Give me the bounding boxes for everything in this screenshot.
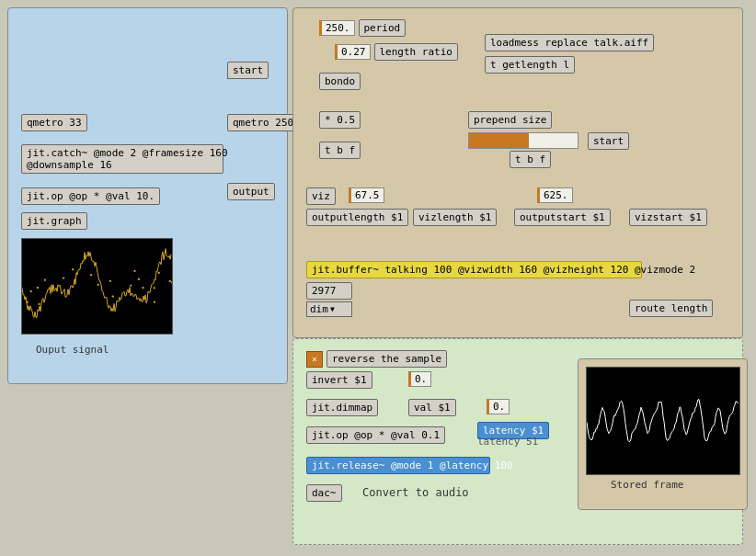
val2977-value: 2977 — [312, 285, 337, 297]
left-panel: qmetro 33 jit.catch~ @mode 2 @framesize … — [7, 7, 288, 384]
jit-catch-label: jit.catch~ @mode 2 @framesize 160@downsa… — [27, 147, 228, 171]
jit-buffer-label: jit.buffer~ talking 100 @vizwidth 160 @v… — [312, 264, 695, 276]
val-s1-label: val $1 — [414, 402, 451, 414]
length-ratio-group: 0.27 length ratio — [335, 43, 458, 61]
prepend-label: prepend size — [474, 114, 546, 126]
stored-frame-panel: Stored frame — [578, 358, 748, 510]
output-signal-label: Ouput signal — [36, 344, 109, 356]
outputlength-label: outputlength $1 — [312, 211, 403, 223]
val-s1-node[interactable]: val $1 — [408, 399, 456, 416]
val0-2-value: 0. — [493, 401, 505, 413]
qmetro250-node[interactable]: qmetro 250 — [227, 114, 299, 131]
stored-frame-text: Stored frame — [611, 479, 683, 491]
period-num[interactable]: 250. — [319, 20, 355, 36]
val2977-node[interactable]: 2977 — [306, 282, 352, 300]
length-ratio-label: length ratio — [380, 46, 452, 58]
period-group: 250. period — [319, 19, 406, 37]
vizstart-node[interactable]: vizstart $1 — [629, 209, 707, 226]
stored-frame-label: Stored frame — [611, 479, 683, 491]
viz-node[interactable]: viz — [306, 187, 336, 205]
jit-graph-node[interactable]: jit.graph — [21, 212, 87, 230]
output-node[interactable]: output — [227, 183, 275, 200]
reverse-label: reverse the sample — [332, 353, 441, 365]
jit-graph-label: jit.graph — [27, 215, 82, 227]
dac-node[interactable]: dac~ — [306, 484, 342, 502]
length-ratio-num[interactable]: 0.27 — [335, 44, 371, 60]
tgetlength-node[interactable]: t getlength l — [485, 56, 575, 74]
jit-release-node[interactable]: jit.release~ @mode 1 @latency 100 — [306, 457, 490, 474]
dim-dropdown[interactable]: dim ▼ — [306, 301, 352, 317]
latency-value: latency 51 — [477, 436, 538, 448]
length-ratio-node[interactable]: length ratio — [374, 43, 458, 61]
bondo-node[interactable]: bondo — [319, 73, 361, 90]
tbf2-node[interactable]: t b f — [510, 151, 551, 168]
val675-num[interactable]: 67.5 — [349, 187, 384, 203]
tgetlength-label: t getlength l — [490, 59, 569, 71]
start1-label: start — [233, 64, 263, 76]
tbf1-node[interactable]: t b f — [319, 142, 361, 159]
jit-op1-label: jit.op @op * @val 10. — [27, 190, 155, 202]
tbf1-label: t b f — [325, 144, 355, 156]
val0-1-num[interactable]: 0. — [408, 371, 431, 387]
jit-release-label: jit.release~ @mode 1 @latency 100 — [312, 460, 513, 471]
start2-label: start — [593, 135, 624, 147]
val0-2-num[interactable]: 0. — [487, 399, 510, 414]
convert-audio-label: Convert to audio — [362, 486, 469, 499]
reverse-group: ✕ reverse the sample — [306, 350, 447, 368]
mul05-label: * 0.5 — [325, 114, 355, 126]
mul05-node[interactable]: * 0.5 — [319, 111, 361, 129]
val675-value: 67.5 — [355, 189, 380, 201]
invert-node[interactable]: invert $1 — [306, 371, 372, 389]
qmetro33-label: qmetro 33 — [27, 117, 82, 129]
convert-audio-text: Convert to audio — [362, 486, 469, 499]
signal-display — [21, 238, 173, 335]
outputstart-label: outputstart $1 — [520, 211, 605, 223]
period-label: period — [364, 22, 401, 34]
prepend-node[interactable]: prepend size — [468, 111, 552, 129]
jit-op1-node[interactable]: jit.op @op * @val 10. — [21, 187, 160, 205]
outputstart-node[interactable]: outputstart $1 — [514, 209, 611, 226]
period-node[interactable]: period — [359, 19, 407, 37]
val0-1-value: 0. — [415, 373, 427, 385]
val625-num[interactable]: 625. — [537, 187, 573, 203]
right-panel: 250. period 0.27 length ratio loadmess r… — [292, 7, 743, 338]
route-length-label: route length — [635, 302, 707, 314]
period-value: 250. — [326, 22, 350, 34]
jit-dimmap-node[interactable]: jit.dimmap — [306, 399, 378, 416]
jit-dimmap-label: jit.dimmap — [312, 402, 372, 414]
slider-fill — [469, 133, 529, 148]
stored-frame-display — [586, 367, 740, 475]
vizlength-node[interactable]: vizlength $1 — [413, 209, 497, 226]
reverse-node[interactable]: reverse the sample — [326, 350, 447, 368]
length-ratio-value: 0.27 — [341, 46, 366, 58]
invert-label: invert $1 — [312, 374, 367, 386]
dim-label: dim — [310, 303, 328, 315]
x-button-reverse[interactable]: ✕ — [306, 351, 323, 368]
latency-value-label: latency 51 — [477, 436, 538, 448]
route-length-node[interactable]: route length — [629, 300, 713, 317]
jit-catch-node[interactable]: jit.catch~ @mode 2 @framesize 160@downsa… — [21, 144, 223, 174]
viz-label: viz — [312, 190, 330, 202]
val625-value: 625. — [544, 189, 568, 201]
vizlength-label: vizlength $1 — [418, 211, 491, 223]
loadmess-label: loadmess replace talk.aiff — [490, 37, 648, 49]
qmetro250-label: qmetro 250 — [233, 117, 293, 129]
qmetro33-node[interactable]: qmetro 33 — [21, 114, 87, 131]
vizstart-label: vizstart $1 — [635, 211, 702, 223]
jit-op2-label: jit.op @op * @val 0.1 — [312, 429, 440, 441]
slider-bar[interactable] — [468, 132, 578, 149]
jit-op2-node[interactable]: jit.op @op * @val 0.1 — [306, 426, 445, 444]
dac-label: dac~ — [312, 487, 337, 499]
output-label: output — [233, 186, 269, 198]
start1-node[interactable]: start — [227, 62, 269, 79]
bondo-label: bondo — [325, 75, 355, 87]
tbf2-label: t b f — [515, 153, 545, 165]
start2-node[interactable]: start — [588, 132, 629, 150]
dim-group: 2977 dim ▼ — [306, 282, 352, 317]
loadmess-node[interactable]: loadmess replace talk.aiff — [485, 34, 654, 51]
dim-arrow: ▼ — [330, 305, 335, 313]
start-btn-group: ✕ start — [227, 62, 269, 79]
outputlength-node[interactable]: outputlength $1 — [306, 209, 408, 226]
jit-buffer-node[interactable]: jit.buffer~ talking 100 @vizwidth 160 @v… — [306, 261, 642, 278]
